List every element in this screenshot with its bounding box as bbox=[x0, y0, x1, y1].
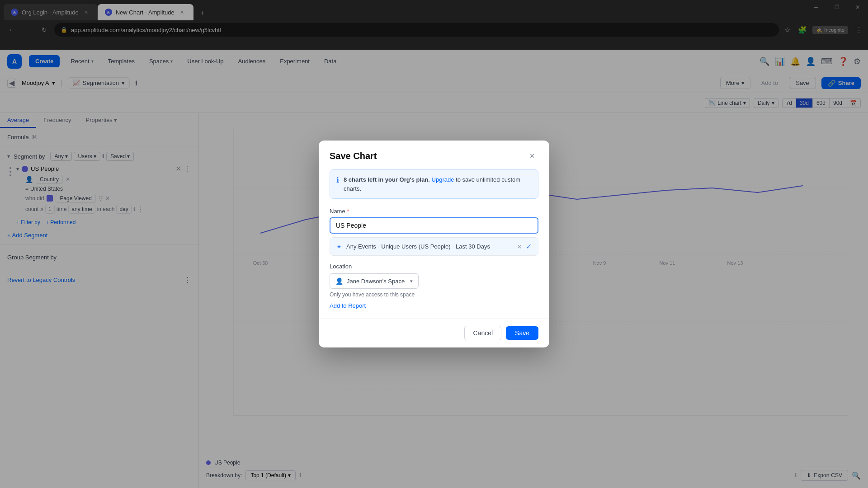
required-star: * bbox=[347, 208, 349, 215]
modal-body: ℹ 8 charts left in your Org's plan. Upgr… bbox=[319, 169, 549, 318]
modal-overlay[interactable]: Save Chart × ℹ 8 charts left in your Org… bbox=[0, 0, 868, 488]
suggestion-accept-button[interactable]: ✓ bbox=[526, 242, 532, 251]
space-chevron-icon: ▾ bbox=[410, 278, 413, 284]
suggestion-actions: ✕ ✓ bbox=[517, 242, 532, 251]
space-person-icon: 👤 bbox=[335, 277, 343, 285]
location-section: Location 👤 Jane Dawson's Space ▾ Only yo… bbox=[330, 263, 538, 309]
upgrade-link[interactable]: Upgrade bbox=[432, 176, 454, 183]
space-selector[interactable]: 👤 Jane Dawson's Space ▾ bbox=[330, 273, 419, 289]
save-chart-modal: Save Chart × ℹ 8 charts left in your Org… bbox=[319, 141, 549, 347]
cancel-button[interactable]: Cancel bbox=[464, 326, 501, 340]
info-banner-icon: ℹ bbox=[336, 176, 339, 184]
name-field-section: Name * bbox=[330, 208, 538, 234]
info-banner-content: 8 charts left in your Org's plan. Upgrad… bbox=[344, 175, 532, 193]
save-modal-button[interactable]: Save bbox=[506, 326, 538, 340]
modal-footer: Cancel Save bbox=[319, 318, 549, 347]
modal-close-button[interactable]: × bbox=[526, 150, 538, 162]
suggestion-sparkle-icon: ✦ bbox=[336, 243, 342, 250]
space-note: Only you have access to this space bbox=[330, 291, 538, 298]
name-suggestion: ✦ Any Events - Unique Users (US People) … bbox=[330, 237, 538, 256]
info-banner: ℹ 8 charts left in your Org's plan. Upgr… bbox=[330, 169, 538, 199]
suggestion-reject-button[interactable]: ✕ bbox=[517, 243, 522, 250]
add-to-report-link[interactable]: Add to Report bbox=[330, 302, 538, 309]
modal-title: Save Chart bbox=[330, 151, 377, 161]
space-name: Jane Dawson's Space bbox=[347, 278, 405, 285]
suggestion-text: Any Events - Unique Users (US People) - … bbox=[346, 243, 512, 250]
location-label: Location bbox=[330, 263, 538, 270]
name-input[interactable] bbox=[330, 217, 538, 234]
name-label: Name * bbox=[330, 208, 538, 215]
modal-header: Save Chart × bbox=[319, 141, 549, 169]
